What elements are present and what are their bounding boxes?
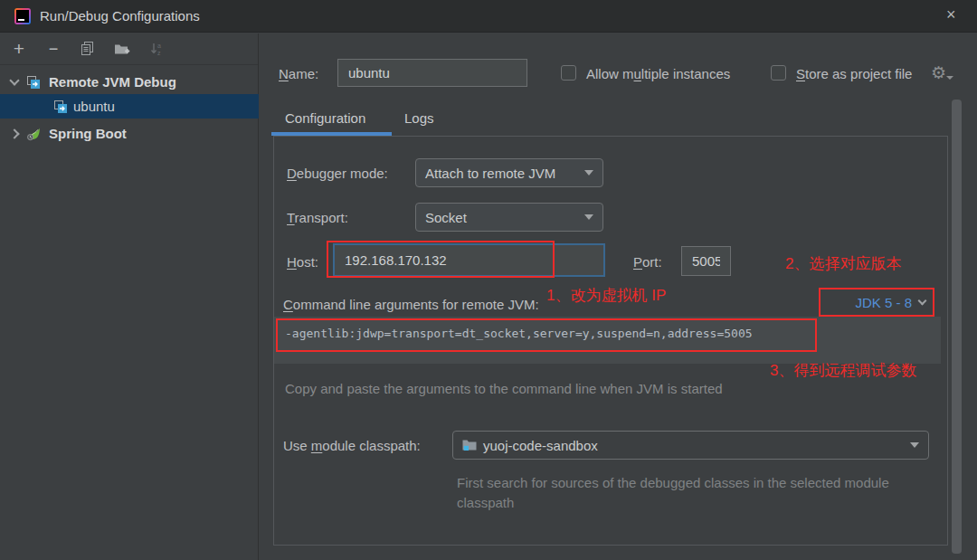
label-part: ltiple instances (641, 66, 730, 81)
dropdown-arrow-icon (584, 214, 593, 220)
close-icon[interactable]: × (946, 5, 956, 24)
label-part: Use (283, 438, 311, 453)
module-folder-icon (462, 439, 477, 451)
store-as-project-file-label: Store as project file (796, 66, 912, 81)
tree-item-label: ubuntu (73, 99, 115, 114)
dropdown-arrow-icon (584, 170, 593, 176)
label-part: odule classpath: (322, 438, 420, 453)
command-line-arguments-textarea[interactable]: -agentlib:jdwp=transport=dt_socket,serve… (274, 317, 941, 364)
tab-configuration[interactable]: Configuration (285, 110, 365, 126)
label-mnemonic: P (633, 254, 642, 270)
remote-debug-config-icon (26, 75, 41, 90)
jdk-version-select[interactable]: JDK 5 - 8 (819, 288, 934, 317)
tab-logs[interactable]: Logs (404, 110, 434, 126)
port-label: Port: (633, 254, 662, 270)
debugger-mode-select[interactable]: Attach to remote JVM (415, 158, 603, 187)
label-mnemonic: N (279, 66, 289, 81)
command-line-arguments-value: -agentlib:jdwp=transport=dt_socket,serve… (274, 317, 941, 340)
remote-debug-config-icon (53, 100, 68, 114)
label-part: ost: (297, 254, 318, 270)
gear-icon[interactable]: ⚙ (931, 64, 946, 81)
jdk-version-value: JDK 5 - 8 (855, 295, 912, 310)
label-mnemonic: T (287, 210, 295, 225)
transport-select[interactable]: Socket (415, 203, 603, 232)
name-input[interactable] (337, 59, 527, 87)
host-label: Host: (287, 254, 318, 270)
remove-configuration-icon[interactable]: − (45, 41, 62, 57)
titlebar: Run/Debug Configurations × (0, 0, 977, 33)
gear-dropdown-caret-icon (946, 76, 953, 80)
label-mnemonic: m (311, 438, 323, 453)
configurations-sidebar: + − a z (0, 33, 259, 560)
command-line-arguments-label: Command line arguments for remote JVM: (283, 297, 539, 312)
vertical-scrollbar-thumb[interactable] (952, 100, 962, 554)
svg-text:z: z (157, 50, 161, 56)
label-part: ebugger mode: (297, 166, 388, 181)
tree-item-label: Remote JVM Debug (49, 74, 176, 90)
chevron-down-icon[interactable] (9, 75, 19, 85)
copy-configuration-icon[interactable] (80, 41, 96, 57)
module-classpath-select[interactable]: yuoj-code-sandbox (452, 431, 929, 460)
label-part: Allow m (586, 66, 634, 81)
allow-multiple-instances-label: Allow multiple instances (586, 66, 730, 81)
chevron-right-icon[interactable] (9, 128, 19, 138)
label-mnemonic: S (796, 66, 805, 81)
tree-item-remote-jvm-debug[interactable]: Remote JVM Debug (0, 70, 259, 94)
host-input[interactable] (335, 245, 603, 275)
host-input-focus-ring (333, 243, 605, 277)
chevron-down-icon (918, 296, 927, 305)
new-folder-icon[interactable] (114, 41, 130, 57)
intellij-logo-icon (14, 8, 31, 24)
port-input[interactable] (681, 246, 731, 276)
transport-value: Socket (425, 210, 467, 225)
label-part: tore as project file (805, 66, 912, 81)
name-label: Name: (279, 66, 318, 81)
label-part: ort: (642, 254, 662, 270)
sort-configurations-icon: a z (148, 41, 165, 57)
transport-label: Transport: (287, 210, 348, 225)
annotation-note-1: 1、改为虚拟机 IP (546, 285, 666, 306)
copy-arguments-hint: Copy and paste the arguments to the comm… (285, 381, 723, 396)
module-classpath-label: Use module classpath: (283, 438, 421, 453)
run-debug-configurations-dialog: Run/Debug Configurations × + − (0, 0, 977, 560)
allow-multiple-instances-checkbox[interactable] (561, 65, 576, 81)
debugger-mode-value: Attach to remote JVM (425, 166, 555, 181)
dropdown-arrow-icon (910, 442, 919, 448)
tree-item-ubuntu[interactable]: ubuntu (0, 94, 259, 119)
tree-item-spring-boot[interactable]: Spring Boot (0, 121, 259, 146)
label-mnemonic: C (283, 297, 293, 312)
svg-text:a: a (157, 43, 161, 49)
sidebar-toolbar: + − a z (0, 33, 258, 65)
debugger-mode-label: Debugger mode: (287, 166, 388, 181)
label-mnemonic: H (287, 254, 297, 270)
annotation-note-3: 3、得到远程调试参数 (770, 360, 916, 381)
annotation-note-2: 2、选择对应版本 (785, 253, 901, 274)
spring-boot-icon (26, 127, 41, 141)
add-configuration-icon[interactable]: + (11, 41, 27, 57)
label-part: ame: (289, 66, 318, 81)
dialog-title: Run/Debug Configurations (40, 8, 200, 24)
tree-item-label: Spring Boot (49, 126, 127, 141)
label-mnemonic: D (287, 166, 297, 181)
label-mnemonic: u (634, 66, 641, 81)
store-as-project-file-checkbox[interactable] (771, 65, 786, 81)
module-classpath-hint: First search for sources of the debugged… (457, 473, 909, 513)
label-part: ommand line arguments for remote JVM: (293, 297, 539, 312)
module-classpath-value: yuoj-code-sandbox (483, 438, 598, 453)
label-part: ransport: (295, 210, 348, 225)
